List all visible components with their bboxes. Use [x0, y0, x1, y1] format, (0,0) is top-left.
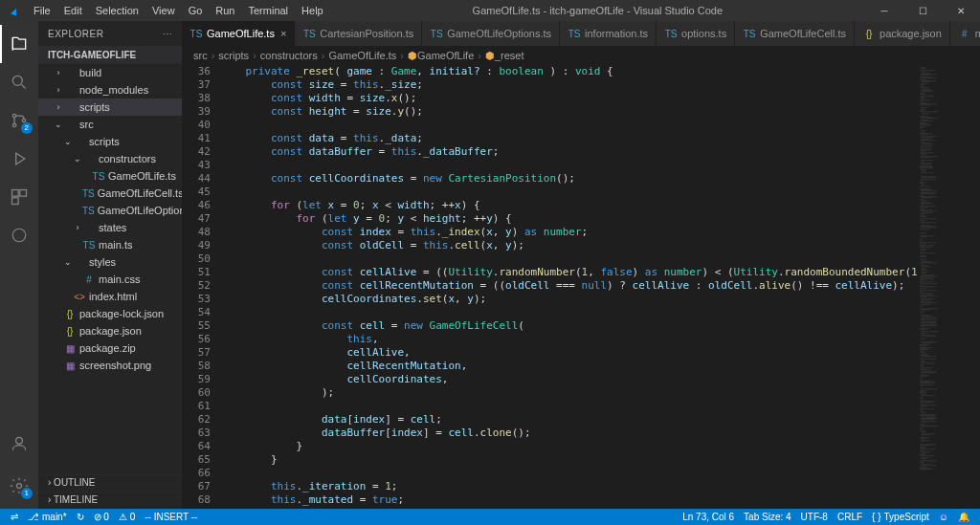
menu-edit[interactable]: Edit [57, 5, 89, 16]
svg-point-2 [12, 123, 15, 126]
window-close[interactable]: ✕ [942, 0, 980, 21]
activity-search[interactable] [0, 63, 38, 101]
line-gutter: 3637383940414243444546474849505152535455… [182, 65, 220, 509]
tree-item[interactable]: ▦screenshot.png [38, 357, 182, 374]
window-title: GameOfLife.ts - itch-gameOfLife - Visual… [330, 5, 865, 16]
svg-point-0 [12, 76, 22, 85]
activity-explorer[interactable] [0, 25, 38, 63]
status-bell-icon[interactable]: 🔔 [953, 512, 974, 522]
file-tree: ›build›node_modules›scripts⌄src⌄scripts⌄… [38, 64, 182, 473]
svg-point-9 [17, 484, 22, 489]
activity-settings[interactable]: 1 [0, 467, 38, 505]
svg-point-8 [16, 437, 23, 444]
tree-item[interactable]: {}package-lock.json [38, 305, 182, 322]
activity-scm[interactable]: 2 [0, 101, 38, 140]
tab[interactable]: TSoptions.ts [657, 21, 735, 46]
code-editor[interactable]: private _reset( game : Game, initial? : … [220, 65, 918, 509]
status-feedback-icon[interactable]: ☺ [934, 512, 953, 522]
tree-item[interactable]: ⌄scripts [38, 133, 182, 150]
tab[interactable]: TSGameOfLifeCell.ts [735, 21, 855, 46]
status-cursor[interactable]: Ln 73, Col 6 [678, 512, 739, 522]
tree-item[interactable]: ›build [38, 64, 182, 81]
activity-debug[interactable] [0, 140, 38, 178]
svg-rect-4 [12, 190, 19, 197]
menubar: FileEditSelectionViewGoRunTerminalHelp [27, 5, 330, 16]
tree-item[interactable]: ›node_modules [38, 81, 182, 98]
svg-point-7 [12, 229, 26, 242]
window-maximize[interactable]: ☐ [903, 0, 942, 21]
timeline-section[interactable]: › TIMELINE [38, 492, 182, 509]
menu-selection[interactable]: Selection [89, 5, 145, 16]
app-icon [0, 4, 27, 17]
activity-remote[interactable] [0, 216, 38, 254]
menu-go[interactable]: Go [182, 5, 210, 16]
sidebar-title: EXPLORER [48, 29, 103, 39]
status-mode: -- INSERT -- [140, 512, 202, 522]
tree-item[interactable]: <>index.html [38, 288, 182, 305]
outline-section[interactable]: › OUTLINE [38, 474, 182, 492]
menu-help[interactable]: Help [295, 5, 330, 16]
breadcrumb[interactable]: src›scripts›constructors›GameOfLife.ts›⬢… [182, 46, 980, 65]
tree-item[interactable]: TSGameOfLife.ts [38, 167, 182, 185]
menu-view[interactable]: View [145, 5, 182, 16]
tab[interactable]: #main.css [950, 21, 980, 46]
status-lang[interactable]: { } TypeScript [867, 512, 934, 522]
tree-item[interactable]: #main.css [38, 271, 182, 288]
status-encoding[interactable]: UTF-8 [796, 512, 833, 522]
svg-point-1 [12, 114, 15, 117]
tab[interactable]: TSCartesianPosition.ts [295, 21, 422, 46]
status-tabsize[interactable]: Tab Size: 4 [739, 512, 795, 522]
tab[interactable]: {}package.json [855, 21, 950, 46]
status-branch[interactable]: ⎇ main* [23, 512, 72, 522]
settings-badge: 1 [21, 488, 33, 499]
tree-item[interactable]: ›states [38, 219, 182, 236]
tab[interactable]: TSinformation.ts [560, 21, 657, 46]
tab[interactable]: TSGameOfLifeOptions.ts [422, 21, 560, 46]
sidebar-more-icon[interactable]: ⋯ [163, 29, 173, 39]
svg-rect-5 [20, 190, 27, 197]
status-sync[interactable]: ↻ [72, 512, 89, 522]
tree-item[interactable]: TSGameOfLifeCell.ts [38, 185, 182, 202]
minimap[interactable]: █████████ ██████████ ███████████████████… [918, 65, 980, 509]
activity-account[interactable] [0, 425, 38, 463]
window-minimize[interactable]: ─ [865, 0, 903, 21]
tree-item[interactable]: ⌄constructors [38, 150, 182, 167]
status-remote-icon[interactable]: ⇌ [6, 512, 23, 522]
tree-item[interactable]: TSmain.ts [38, 236, 182, 253]
tree-item[interactable]: TSGameOfLifeOptions.ts [38, 202, 182, 219]
status-errors[interactable]: ⊘ 0 [89, 512, 114, 522]
status-eol[interactable]: CRLF [833, 512, 867, 522]
tab-bar: TSGameOfLife.ts×TSCartesianPosition.tsTS… [182, 21, 980, 46]
tab[interactable]: TSGameOfLife.ts× [182, 21, 295, 46]
activity-extensions[interactable] [0, 178, 38, 216]
tree-item[interactable]: ⌄styles [38, 253, 182, 271]
project-root[interactable]: ITCH-GAMEOFLIFE [38, 48, 182, 62]
status-warnings[interactable]: ⚠ 0 [114, 512, 140, 522]
menu-terminal[interactable]: Terminal [242, 5, 296, 16]
menu-file[interactable]: File [27, 5, 57, 16]
menu-run[interactable]: Run [209, 5, 241, 16]
tree-item[interactable]: {}package.json [38, 322, 182, 339]
tree-item[interactable]: ›scripts [38, 98, 182, 116]
tree-item[interactable]: ⌄src [38, 116, 182, 133]
tab-close-icon[interactable]: × [280, 28, 286, 39]
tree-item[interactable]: ▦package.zip [38, 339, 182, 357]
svg-rect-6 [12, 198, 19, 205]
scm-badge: 2 [21, 122, 33, 134]
